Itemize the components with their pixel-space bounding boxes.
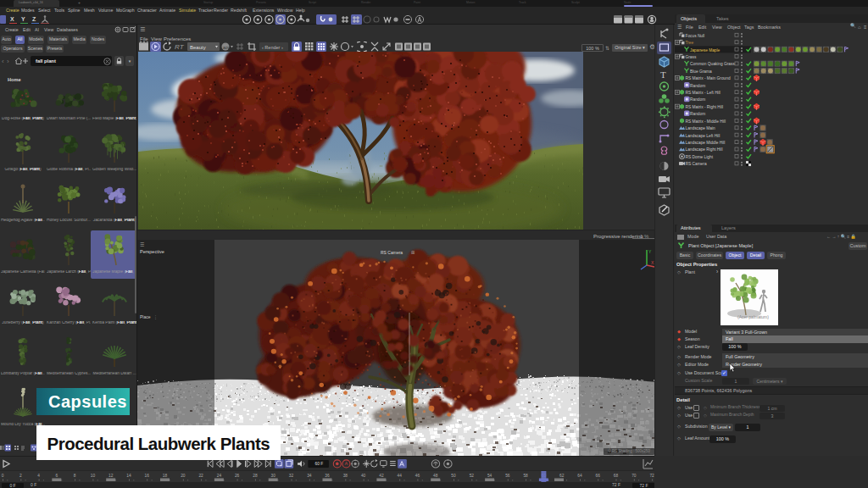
svg-text:RS Matrix - Right Hill: RS Matrix - Right Hill (686, 105, 724, 109)
svg-text:Grass: Grass (686, 55, 697, 59)
svg-text:24: 24 (217, 474, 222, 478)
svg-text:2: 2 (19, 474, 22, 478)
svg-text:60 F: 60 F (315, 462, 324, 466)
svg-text:T: T (660, 69, 666, 80)
svg-text:RS Camera: RS Camera (686, 162, 707, 166)
svg-text:14: 14 (126, 474, 131, 478)
svg-text:56: 56 (505, 474, 510, 478)
svg-text:16: 16 (145, 474, 150, 478)
svg-text:RS Matrix - Middle Hill: RS Matrix - Middle Hill (686, 119, 726, 124)
svg-text:10: 10 (91, 474, 96, 478)
svg-text:20: 20 (181, 474, 186, 478)
svg-text:32: 32 (289, 474, 294, 478)
svg-text:36: 36 (325, 474, 330, 478)
svg-text:A: A (344, 461, 348, 466)
svg-text:40: 40 (361, 474, 366, 478)
svg-text:62: 62 (559, 474, 565, 478)
svg-text:RS Matrix - Left Hill: RS Matrix - Left Hill (686, 91, 721, 95)
svg-text:Common Quaking Grass: Common Quaking Grass (690, 62, 735, 66)
svg-text:aov: aov (223, 45, 231, 50)
svg-text:Random: Random (690, 97, 705, 102)
svg-text:46: 46 (415, 474, 420, 478)
svg-text:44: 44 (398, 474, 403, 478)
svg-text:0: 0 (2, 474, 4, 478)
svg-text:Landscape Main: Landscape Main (686, 126, 716, 130)
svg-text:RT: RT (175, 43, 185, 51)
svg-text:26: 26 (235, 474, 240, 478)
svg-text:(Acer palmatum): (Acer palmatum) (737, 314, 769, 319)
svg-text:RS Dome Light: RS Dome Light (686, 155, 714, 159)
svg-text:50: 50 (451, 474, 456, 478)
svg-text:48: 48 (433, 474, 438, 478)
svg-text:18: 18 (163, 474, 168, 478)
svg-text:Landscape Middle Hill: Landscape Middle Hill (686, 141, 726, 145)
svg-text:RS Matrix - Main Ground: RS Matrix - Main Ground (686, 76, 731, 80)
svg-text:64: 64 (577, 474, 582, 478)
svg-text:22: 22 (198, 474, 203, 478)
svg-text:66: 66 (596, 474, 601, 478)
svg-text:30: 30 (271, 474, 276, 478)
svg-text:Random: Random (690, 84, 705, 88)
svg-text:38: 38 (343, 474, 348, 478)
svg-text:52: 52 (470, 474, 475, 478)
svg-text:12: 12 (108, 474, 114, 478)
svg-text:4: 4 (37, 474, 40, 478)
svg-text:54: 54 (487, 474, 492, 478)
svg-text:Japanese Maple: Japanese Maple (690, 48, 721, 53)
svg-text:Tree: Tree (686, 41, 694, 45)
svg-text:28: 28 (253, 474, 258, 478)
svg-text:Focus Null: Focus Null (686, 34, 705, 38)
svg-text:58: 58 (523, 474, 528, 478)
svg-text:34: 34 (307, 474, 312, 478)
svg-text:68: 68 (614, 474, 619, 478)
svg-text:Beauty: Beauty (190, 45, 206, 50)
svg-text:Y: Y (648, 249, 652, 254)
svg-text:42: 42 (379, 474, 384, 478)
svg-text:Random: Random (690, 112, 705, 116)
svg-text:‹ Render ›: ‹ Render › (262, 45, 283, 50)
svg-text:70: 70 (632, 474, 637, 478)
svg-text:6: 6 (55, 474, 58, 478)
svg-text:Landscape Right Hill: Landscape Right Hill (686, 147, 723, 152)
svg-text:Landscape Left Hill: Landscape Left Hill (686, 134, 721, 138)
svg-text:8: 8 (74, 474, 76, 478)
svg-text:Blue Grama: Blue Grama (690, 69, 712, 74)
